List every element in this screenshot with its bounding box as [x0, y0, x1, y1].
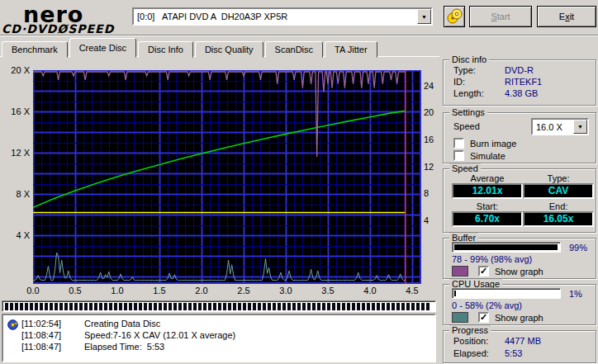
disc-info-group: Disc info Type: DVD-R ID: RITEKF1 Length… [443, 59, 596, 106]
position-bar-segment [278, 303, 281, 310]
position-bar-segment [396, 303, 400, 310]
type-label: Type: [523, 173, 594, 183]
log-line: [11:02:54] Creating Data Disc [5, 319, 433, 329]
speed-group: Speed Average Type: 12.01x CAV Start: En… [443, 168, 596, 233]
drive-select-value: [0:0] ATAPI DVD A DH20A3P XP5R [134, 12, 417, 21]
position-bar-segment [233, 303, 236, 310]
buffer-color-swatch [452, 266, 468, 277]
cpu-show-graph-label: Show graph [495, 313, 543, 323]
options-button[interactable] [444, 6, 465, 27]
position-bar-segment [342, 303, 345, 310]
cpu-show-graph-checkbox[interactable]: ✓ [478, 312, 489, 323]
position-bar-segment [20, 303, 23, 310]
position-bar-segment [164, 303, 167, 310]
position-bar-segment [188, 303, 192, 310]
position-bar-segment [258, 303, 261, 310]
position-bar-segment [119, 303, 122, 310]
position-bar-segment [263, 303, 266, 310]
buffer-percent: 99% [569, 243, 587, 253]
chevron-down-icon: ▼ [577, 124, 583, 130]
position-bar-segment [228, 303, 231, 310]
position-bar-segment [99, 303, 102, 310]
drive-select-dropdown-button[interactable]: ▼ [417, 9, 431, 24]
cpu-range: 0 - 58% (2% avg) [452, 300, 522, 310]
position-bar-segment [248, 303, 251, 310]
y-right-tick-label: 8 [424, 188, 442, 198]
speed-select[interactable]: 16.0 X ▼ [531, 118, 589, 135]
position-bar-segment [218, 303, 221, 310]
position-bar-segment [382, 303, 385, 310]
position-bar-segment [307, 303, 311, 310]
cpu-usage-bar [452, 288, 561, 299]
log-line: [11:08:47] Elapsed Time: 5:53 [5, 342, 433, 352]
cpu-percent: 1% [569, 289, 582, 299]
position-bar-segment [327, 303, 330, 310]
position-bar-segment [193, 303, 197, 310]
position-bar-segment [372, 303, 375, 310]
drive-select[interactable]: [0:0] ATAPI DVD A DH20A3P XP5R ▼ [132, 7, 433, 26]
position-bar-segment [45, 303, 48, 310]
tab-benchmark[interactable]: Benchmark [2, 41, 68, 58]
position-bar-segment [134, 303, 137, 310]
buffer-show-graph-checkbox[interactable]: ✓ [478, 266, 489, 277]
tab-disc-quality[interactable]: Disc Quality [195, 41, 263, 58]
position-bar-segment [426, 303, 430, 310]
position-bar-segment [154, 303, 157, 310]
log-text: Speed:7-16 X CAV (12.01 X average) [84, 330, 235, 340]
position-bar-segment [114, 303, 117, 310]
burn-image-checkbox[interactable] [453, 138, 464, 149]
disc-type-label: Type: [453, 65, 476, 75]
position-bar-segment [124, 303, 127, 310]
position-bar-segment [109, 303, 112, 310]
position-bar-segment [5, 303, 8, 310]
cpu-usage-fill [454, 291, 456, 296]
x-tick-label: 0.0 [21, 286, 45, 295]
y-right-tick-label: 4 [424, 215, 442, 225]
speed-select-dropdown-button[interactable]: ▼ [573, 120, 587, 134]
cpu-color-swatch [452, 312, 468, 323]
x-tick-label: 3.0 [273, 286, 298, 295]
position-bar-segment [367, 303, 370, 310]
disc-length-value: 4.38 GB [505, 88, 538, 98]
settings-title: Settings [449, 107, 487, 117]
buffer-level-fill [454, 244, 558, 250]
position-bar-segment [168, 303, 172, 310]
average-speed-display: 12.01x [452, 183, 523, 199]
position-bar-segment [322, 303, 325, 310]
tab-create-disc[interactable]: Create Disc [69, 38, 136, 58]
position-bar-segment [317, 303, 320, 310]
chevron-down-icon: ▼ [421, 14, 427, 20]
position-bar-segment [40, 303, 43, 310]
position-bar-segment [411, 303, 415, 310]
chart-canvas [33, 70, 421, 284]
logo-cd-dvd: CD·DVD [2, 22, 57, 35]
elapsed-value: 5:53 [505, 348, 522, 358]
disc-info-title: Disc info [449, 54, 489, 64]
disc-length-label: Length: [453, 88, 484, 98]
tab-ta-jitter[interactable]: TA Jitter [325, 41, 377, 58]
tab-disc-info[interactable]: Disc Info [138, 41, 193, 58]
y-right-tick-label: 24 [424, 81, 442, 91]
buffer-show-graph-label: Show graph [495, 267, 543, 277]
position-bar-segment [50, 303, 53, 310]
position-bar-segment [129, 303, 132, 310]
start-speed-label: Start: [452, 201, 523, 211]
exit-button-label: Exit [559, 12, 574, 21]
position-bar-segment [159, 303, 162, 310]
position-bar-segment [213, 303, 216, 310]
position-bar-segment [15, 303, 18, 310]
simulate-checkbox[interactable] [453, 150, 464, 161]
start-button[interactable]: Start [469, 6, 532, 27]
end-speed-label: End: [523, 201, 594, 211]
y-right-tick-label: 20 [424, 107, 442, 117]
position-bar-segment [203, 303, 206, 310]
toolbar-divider [0, 35, 598, 36]
progress-group: Progress Position: 4477 MB Elapsed: 5:53 [443, 330, 596, 363]
disc-type-value: DVD-R [505, 65, 534, 75]
y-axis-left-labels: 20 X16 X12 X8 X4 X [0, 70, 30, 284]
position-bar-segment [287, 303, 291, 310]
tab-scandisc[interactable]: ScanDisc [265, 41, 323, 58]
position-bar-segment [64, 303, 68, 310]
log-time: [11:08:47] [21, 342, 69, 352]
exit-button[interactable]: Exit [537, 6, 596, 27]
